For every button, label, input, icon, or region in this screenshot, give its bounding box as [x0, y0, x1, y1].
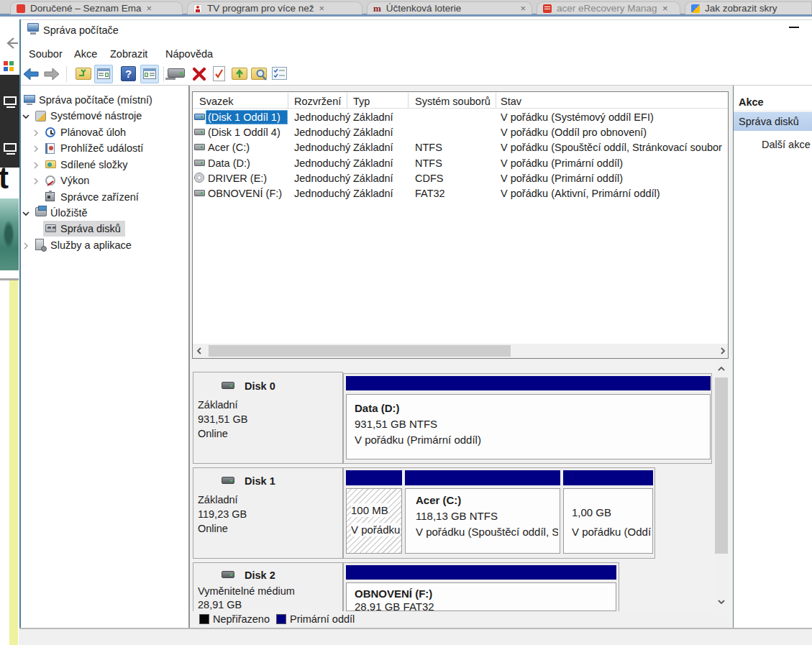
volume-row-5-fs[interactable]: CDFS: [415, 172, 443, 186]
tab4-close-icon[interactable]: ×: [662, 4, 668, 13]
volume-row-3-name[interactable]: Acer (C:): [208, 141, 250, 155]
chevron-collapsed-icon-4[interactable]: [32, 178, 40, 185]
toolbar-delete-button[interactable]: [191, 66, 207, 82]
volume-row-6-type[interactable]: Základní: [353, 187, 393, 201]
volume-row-2-type[interactable]: Základní: [353, 126, 393, 139]
chevron-collapsed-icon-5[interactable]: [22, 242, 29, 250]
volume-row-6-layout[interactable]: Jednoduchý: [294, 187, 350, 201]
hscroll-right-arrow[interactable]: [719, 347, 726, 354]
disk0-part-line3: V pořádku (Primární oddíl): [355, 433, 481, 447]
browser-tab-5[interactable]: Jak zobrazit skry: [685, 1, 812, 14]
toolbar-folder-search-button[interactable]: [251, 68, 267, 80]
chevron-expanded-icon-2[interactable]: [22, 210, 29, 217]
tree-item-vykon[interactable]: Výkon: [60, 174, 89, 188]
volume-row-4-type[interactable]: Základní: [353, 157, 393, 170]
volume-row-3-fs[interactable]: NTFS: [415, 141, 442, 155]
volume-row-2-layout[interactable]: Jednoduchý: [294, 126, 350, 139]
column-header-rozvrzeni[interactable]: Rozvržení: [294, 95, 341, 109]
tree-item-sprava-disku[interactable]: Správa disků: [60, 222, 121, 236]
toolbar-folder-up-button[interactable]: [232, 68, 247, 80]
disk1-part3-box[interactable]: [563, 488, 653, 554]
column-header-system-souboru[interactable]: Systém souborů: [415, 95, 491, 109]
chevron-collapsed-icon-2[interactable]: [32, 145, 40, 152]
volume-row-4-fs[interactable]: NTFS: [415, 157, 442, 170]
hscroll-thumb[interactable]: [209, 345, 511, 357]
tree-item-spravce-zarizeni[interactable]: Správce zařízení: [60, 191, 139, 204]
browser-tab-3[interactable]: m Účtenková loterie ×: [367, 1, 532, 14]
tab4-title: acer eRecovery Manager: [557, 2, 657, 14]
menu-soubor[interactable]: Soubor: [29, 47, 63, 61]
toolbar-export-button[interactable]: [76, 68, 91, 80]
chevron-collapsed-icon-3[interactable]: [32, 162, 40, 169]
column-header-svazek[interactable]: Svazek: [199, 95, 234, 109]
tree-item-uloziste[interactable]: Úložiště: [50, 206, 88, 220]
legend-unallocated-label: Nepřiřazeno: [213, 613, 270, 626]
volume-row-1-status[interactable]: V pořádku (Systémový oddíl EFI): [501, 111, 654, 124]
chevron-collapsed-icon-1[interactable]: [32, 129, 40, 137]
toolbar-back-button[interactable]: [22, 66, 40, 82]
tree-item-sluzby-aplikace[interactable]: Služby a aplikace: [50, 239, 132, 252]
toolbar-properties-doc-button[interactable]: [213, 66, 225, 81]
toolbar-forward-button[interactable]: [43, 66, 60, 82]
browser-tab-4[interactable]: acer eRecovery Manager ×: [537, 1, 680, 14]
actions-more[interactable]: Další akce: [762, 138, 811, 152]
browser-content-below: [19, 629, 812, 645]
volume-row-3-type[interactable]: Základní: [353, 141, 393, 155]
volume-row-1-type[interactable]: Základní: [353, 111, 393, 124]
chevron-expanded-icon[interactable]: [22, 113, 29, 120]
vscroll-up-arrow[interactable]: [718, 365, 725, 372]
tree-item-sdilene-slozky[interactable]: Sdílené složky: [60, 158, 128, 172]
volume-row-3-layout[interactable]: Jednoduchý: [294, 141, 350, 155]
tree-item-sprava-pocitace[interactable]: Správa počítače (místní): [39, 93, 152, 107]
disk1-part1-box[interactable]: [346, 488, 402, 554]
volume-row-5-layout[interactable]: Jednoduchý: [294, 172, 350, 186]
toolbar-separator-1: [66, 66, 67, 82]
volume-row-6-status[interactable]: V pořádku (Aktivní, Primární oddíl): [501, 187, 660, 201]
tab3-close-icon[interactable]: ×: [520, 4, 526, 13]
browser-back-icon[interactable]: [3, 35, 20, 52]
menu-zobrazit[interactable]: Zobrazit: [110, 47, 147, 61]
volume-row-4-name[interactable]: Data (D:): [208, 157, 250, 170]
actions-header-line: [734, 111, 812, 111]
hscroll-left-arrow[interactable]: [196, 347, 203, 354]
column-header-stav[interactable]: Stav: [501, 95, 521, 109]
volume-row-5-status[interactable]: V pořádku (Primární oddíl): [501, 172, 623, 186]
toolbar-console-tree-button[interactable]: [94, 65, 113, 83]
tree-item-systemove-nastroje[interactable]: Systémové nástroje: [50, 109, 142, 123]
tab1-close-icon[interactable]: ×: [147, 4, 152, 13]
toolbar-list-options-button[interactable]: [272, 67, 287, 80]
toolbar-help-button[interactable]: ?: [121, 66, 136, 81]
volume-row-1-name[interactable]: (Disk 1 Oddíl 1): [208, 111, 280, 124]
volume-row-5-type[interactable]: Základní: [353, 172, 393, 186]
volume-row-2-status[interactable]: V pořádku (Oddíl pro obnovení): [501, 126, 647, 139]
menu-napoveda[interactable]: Nápověda: [165, 47, 213, 61]
window-icon-base: [30, 32, 36, 35]
volume-row-5-name[interactable]: DRIVER (E:): [208, 172, 267, 186]
browser-tab-1[interactable]: Doručené – Seznam Ema ×: [10, 1, 183, 14]
volume-row-4-status[interactable]: V pořádku (Primární oddíl): [501, 157, 623, 170]
actions-selected-label: Správa disků: [739, 115, 799, 129]
menu-akce[interactable]: Akce: [74, 47, 97, 61]
volume-row-4-layout[interactable]: Jednoduchý: [294, 157, 350, 170]
background-yellow-strip: [9, 280, 18, 645]
volume-row-3-status[interactable]: V pořádku (Spouštěcí oddíl, Stránkovací …: [501, 141, 722, 155]
tab3-title: Účtenková loterie: [386, 2, 461, 14]
disk0-partition-bar: [346, 376, 711, 390]
browser-tab-2[interactable]: TV program pro více než ×: [187, 1, 362, 14]
apps-grid-icon[interactable]: [4, 61, 15, 73]
volume-row-1-layout[interactable]: Jednoduchý: [294, 111, 350, 124]
toolbar-show-hide-button[interactable]: [140, 65, 159, 83]
vscroll-thumb[interactable]: [715, 378, 728, 554]
disk2-icon: [222, 571, 234, 578]
volume-row-2-name[interactable]: (Disk 1 Oddíl 4): [208, 126, 280, 139]
volume-row-6-name[interactable]: OBNOVENÍ (F:): [208, 187, 282, 201]
tab2-close-icon[interactable]: ×: [319, 4, 325, 13]
volume-row-6-fs[interactable]: FAT32: [415, 187, 445, 201]
toolbar-display-button[interactable]: [168, 68, 185, 78]
minimize-button[interactable]: [789, 27, 799, 28]
column-header-typ[interactable]: Typ: [353, 95, 370, 109]
tree-item-planovac-uloh[interactable]: Plánovač úloh: [60, 126, 126, 139]
vscroll-down-arrow[interactable]: [718, 598, 725, 605]
disk0-status: Online: [198, 427, 228, 441]
tree-item-prohlizec-udalosti[interactable]: Prohlížeč událostí: [60, 142, 143, 155]
